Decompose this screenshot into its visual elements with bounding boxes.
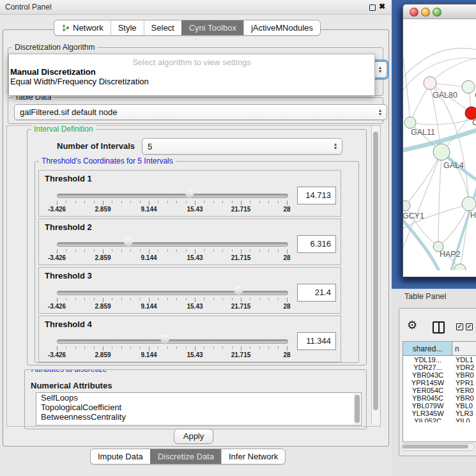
- network-edge[interactable]: [441, 152, 469, 204]
- app-window: Control Panel ✖ Discretization Algorithm…: [0, 0, 476, 476]
- dropdown-placeholder: Select algorithm to view settings: [9, 58, 374, 67]
- node-attribute-table[interactable]: shared... n YDL19...YDL1YDR27...YDR2YBR0…: [403, 341, 476, 442]
- attribute-item[interactable]: TopologicalCoefficient: [36, 403, 361, 412]
- threshold-value-input[interactable]: 21.4: [297, 284, 336, 302]
- scale-label: 9.144: [141, 351, 157, 358]
- scrollbar-thumb[interactable]: [373, 132, 378, 410]
- threshold-value-input[interactable]: 6.316: [297, 235, 336, 253]
- cyni-bottom-tabs: Impute DataDiscretize DataInfer Network: [90, 449, 286, 464]
- scale-label: -3.426: [48, 206, 66, 213]
- scale-label: -3.426: [48, 303, 66, 310]
- slider-track[interactable]: [57, 194, 288, 198]
- network-node[interactable]: [403, 201, 410, 211]
- node-label: HAP2: [440, 250, 461, 259]
- table-row[interactable]: YDL19...YDL1: [403, 356, 476, 364]
- tab-impute-data[interactable]: Impute Data: [91, 449, 150, 464]
- list-scrollbar[interactable]: [353, 394, 360, 424]
- tab-cyni-toolbox[interactable]: Cyni Toolbox: [181, 20, 243, 35]
- network-edge[interactable]: [438, 152, 441, 247]
- network-edge[interactable]: [403, 48, 476, 81]
- network-canvas[interactable]: GAL80GACGAL11GAL4GCY1HHAP2: [403, 19, 476, 270]
- minimize-traffic-light[interactable]: [421, 8, 430, 17]
- scale-label: 21.715: [231, 206, 251, 213]
- network-window-titlebar: [403, 4, 476, 19]
- scale-label: 28: [283, 206, 290, 213]
- apply-button[interactable]: Apply: [174, 429, 213, 444]
- table-row[interactable]: YLR345WYLR3: [403, 410, 476, 417]
- scale-label: 15.43: [187, 351, 203, 358]
- checkbox-icon[interactable]: ✓: [466, 323, 473, 330]
- network-node[interactable]: [462, 197, 476, 211]
- vertical-scrollbar[interactable]: [371, 126, 380, 425]
- table-data-select[interactable]: galFiltered.sif default node ▴▾: [14, 104, 387, 120]
- scale-label: 2.859: [95, 206, 111, 213]
- scale-label: 9.144: [141, 254, 157, 261]
- close-icon[interactable]: ✖: [379, 2, 385, 11]
- tab-discretize-data[interactable]: Discretize Data: [150, 449, 221, 464]
- checkbox-icon[interactable]: ✓: [456, 323, 463, 330]
- gear-icon[interactable]: ⚙: [407, 318, 417, 332]
- table-row[interactable]: YBR043CYBR0: [403, 371, 476, 379]
- tab-network[interactable]: Network: [54, 20, 111, 35]
- control-panel: Control Panel ✖ Discretization Algorithm…: [0, 0, 392, 476]
- network-graph: GAL80GACGAL11GAL4GCY1HHAP2: [403, 19, 476, 270]
- node-label: H: [470, 211, 476, 220]
- split-view-icon[interactable]: [433, 321, 445, 334]
- threshold-value-input[interactable]: 11.344: [297, 332, 336, 350]
- table-row[interactable]: YER054CYER0: [403, 387, 476, 394]
- tab-jactivemnodules[interactable]: jActiveMNodules: [243, 20, 320, 35]
- network-edge[interactable]: [430, 56, 476, 83]
- table-row[interactable]: YBR045CYBR0: [403, 394, 476, 402]
- network-node[interactable]: [404, 117, 416, 128]
- scrollbar-thumb[interactable]: [355, 395, 360, 423]
- network-edge[interactable]: [403, 58, 410, 123]
- column-header-name[interactable]: n: [452, 342, 476, 356]
- column-header-shared-name[interactable]: shared...: [403, 342, 452, 356]
- group-label: Discretization Algorithm: [12, 43, 97, 52]
- slider-track[interactable]: [57, 242, 288, 247]
- numerical-attributes-list[interactable]: SelfLoopsTopologicalCoefficientBetweenne…: [36, 392, 362, 426]
- slider-track[interactable]: [57, 291, 288, 295]
- dropdown-option-manual-discretization[interactable]: Manual Discretization: [9, 67, 374, 77]
- panel-title: Control Panel: [5, 3, 52, 12]
- threshold-panels: Threshold 1-3.4262.8599.14415.4321.71528…: [38, 170, 341, 364]
- scale-label: -3.426: [48, 351, 66, 358]
- tab-infer-network[interactable]: Infer Network: [221, 449, 285, 464]
- scrollbar-thumb[interactable]: [403, 445, 468, 449]
- node-label: GAL11: [411, 128, 435, 137]
- tab-style[interactable]: Style: [111, 20, 144, 35]
- close-traffic-light[interactable]: [410, 8, 418, 17]
- scale-label: -3.426: [48, 254, 66, 261]
- network-node[interactable]: [424, 77, 436, 89]
- group-label: Threshold's Coordinates for 5 Intervals: [39, 157, 176, 165]
- table-row[interactable]: YIL052CYIL0: [403, 417, 476, 422]
- threshold-panel-3: Threshold 3-3.4262.8599.14415.4321.71528…: [38, 267, 341, 314]
- threshold-label: Threshold 3: [45, 271, 92, 280]
- threshold-panel-2: Threshold 2-3.4262.8599.14415.4321.71528…: [38, 219, 341, 265]
- zoom-traffic-light[interactable]: [433, 8, 441, 17]
- threshold-label: Threshold 2: [45, 222, 92, 232]
- slider-track[interactable]: [57, 339, 288, 344]
- scale-label: 2.859: [95, 254, 111, 261]
- scale-label: 9.144: [141, 303, 157, 310]
- stepper-arrows-icon: ▴▾: [379, 109, 381, 116]
- dropdown-option-equal-width-frequency[interactable]: Equal Width/Frequency Discretization: [9, 77, 374, 86]
- network-node[interactable]: [433, 144, 450, 160]
- network-node[interactable]: [465, 107, 476, 119]
- number-of-intervals-select[interactable]: 5 ▴▾: [142, 138, 342, 155]
- table-row[interactable]: YBL079WYBL0: [403, 402, 476, 410]
- network-node[interactable]: [462, 81, 475, 93]
- attribute-item[interactable]: BetweennessCentrality: [36, 412, 361, 422]
- tab-select[interactable]: Select: [144, 20, 181, 35]
- group-label: Attributes to discretize: [29, 369, 109, 374]
- table-row[interactable]: YPR145WYPR1: [403, 379, 476, 387]
- scale-label: 21.715: [231, 303, 251, 310]
- table-row[interactable]: YDR27...YDR2: [403, 364, 476, 371]
- threshold-label: Threshold 4: [45, 319, 92, 329]
- node-label: C: [472, 118, 476, 127]
- float-icon[interactable]: [369, 4, 376, 11]
- attribute-item[interactable]: SelfLoops: [36, 393, 361, 403]
- horizontal-scrollbar[interactable]: [401, 443, 475, 451]
- number-of-intervals-label: Number of Intervals: [57, 141, 135, 151]
- threshold-value-input[interactable]: 14.713: [297, 187, 336, 204]
